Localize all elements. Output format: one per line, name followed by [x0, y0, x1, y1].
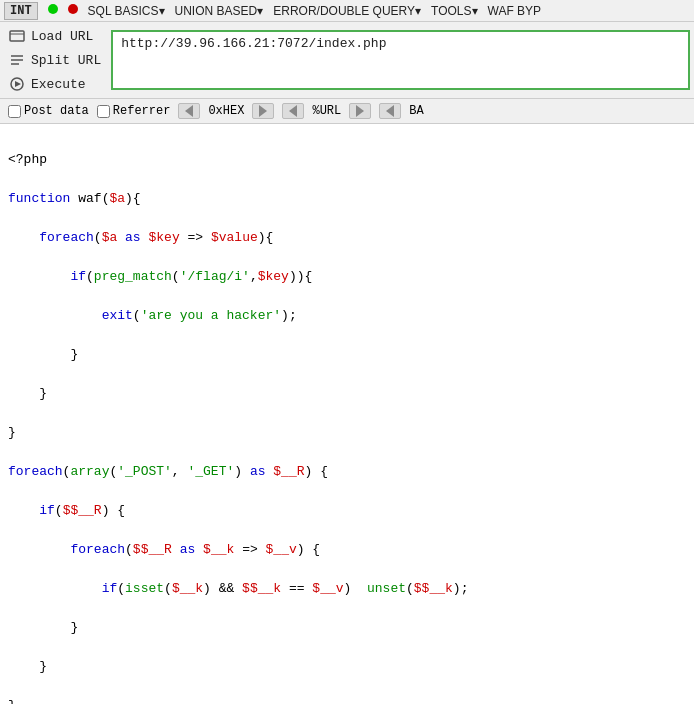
hex-left-arrow-btn[interactable]	[178, 103, 200, 119]
url-label: %URL	[312, 104, 341, 118]
code-line-7: }	[8, 384, 686, 404]
nav-error-double[interactable]: ERROR/DOUBLE QUERY▾	[273, 4, 421, 18]
post-data-check[interactable]	[8, 105, 21, 118]
split-url-button[interactable]: Split URL	[4, 49, 105, 71]
top-nav-bar: INT SQL BASICS▾ UNION BASED▾ ERROR/DOUBL…	[0, 0, 694, 22]
code-line-15: }	[8, 696, 686, 705]
hex-left-arrow-icon	[185, 105, 193, 117]
code-line-13: }	[8, 618, 686, 638]
ba-label: BA	[409, 104, 423, 118]
code-display: <?php function waf($a){ foreach($a as $k…	[0, 124, 694, 704]
ba-left-arrow-icon	[386, 105, 394, 117]
hex-right-arrow-icon	[259, 105, 267, 117]
url-input[interactable]: http://39.96.166.21:7072/index.php	[111, 30, 690, 90]
code-line-8: }	[8, 423, 686, 443]
code-line-6: }	[8, 345, 686, 365]
code-line-10: if($$__R) {	[8, 501, 686, 521]
svg-marker-6	[15, 81, 21, 87]
ba-left-arrow-btn[interactable]	[379, 103, 401, 119]
code-line-11: foreach($$__R as $__k => $__v) {	[8, 540, 686, 560]
code-line-12: if(isset($__k) && $$__k == $__v) unset($…	[8, 579, 686, 599]
url-left-arrow-icon	[289, 105, 297, 117]
nav-tools[interactable]: TOOLS▾	[431, 4, 477, 18]
code-line-5: exit('are you a hacker');	[8, 306, 686, 326]
post-data-label: Post data	[24, 104, 89, 118]
nav-sql-basics[interactable]: SQL BASICS▾	[88, 4, 165, 18]
load-url-button[interactable]: Load URL	[4, 25, 105, 47]
referrer-label: Referrer	[113, 104, 171, 118]
load-url-icon	[8, 27, 26, 45]
int-label[interactable]: INT	[4, 2, 38, 20]
url-left-arrow-btn[interactable]	[282, 103, 304, 119]
split-url-icon	[8, 51, 26, 69]
referrer-checkbox[interactable]: Referrer	[97, 104, 171, 118]
svg-rect-0	[10, 31, 24, 41]
url-area: http://39.96.166.21:7072/index.php	[111, 30, 690, 90]
execute-button[interactable]: Execute	[4, 73, 105, 95]
nav-union-based[interactable]: UNION BASED▾	[175, 4, 264, 18]
hex-label: 0xHEX	[208, 104, 244, 118]
green-status-dot	[48, 4, 58, 18]
code-line-1: <?php	[8, 150, 686, 170]
code-line-3: foreach($a as $key => $value){	[8, 228, 686, 248]
code-line-9: foreach(array('_POST', '_GET') as $__R) …	[8, 462, 686, 482]
load-url-label: Load URL	[31, 29, 93, 44]
post-data-checkbox[interactable]: Post data	[8, 104, 89, 118]
options-bar: Post data Referrer 0xHEX %URL BA	[0, 99, 694, 124]
code-line-4: if(preg_match('/flag/i',$key)){	[8, 267, 686, 287]
code-line-2: function waf($a){	[8, 189, 686, 209]
execute-label: Execute	[31, 77, 86, 92]
hex-right-arrow-btn[interactable]	[252, 103, 274, 119]
url-right-arrow-btn[interactable]	[349, 103, 371, 119]
red-status-dot	[68, 4, 78, 18]
referrer-check[interactable]	[97, 105, 110, 118]
nav-waf-byp[interactable]: WAF BYP	[488, 4, 542, 18]
split-url-label: Split URL	[31, 53, 101, 68]
code-line-14: }	[8, 657, 686, 677]
main-toolbar: Load URL Split URL Execute http://	[0, 22, 694, 99]
url-right-arrow-icon	[356, 105, 364, 117]
toolbar-left: Load URL Split URL Execute	[4, 25, 105, 95]
execute-icon	[8, 75, 26, 93]
